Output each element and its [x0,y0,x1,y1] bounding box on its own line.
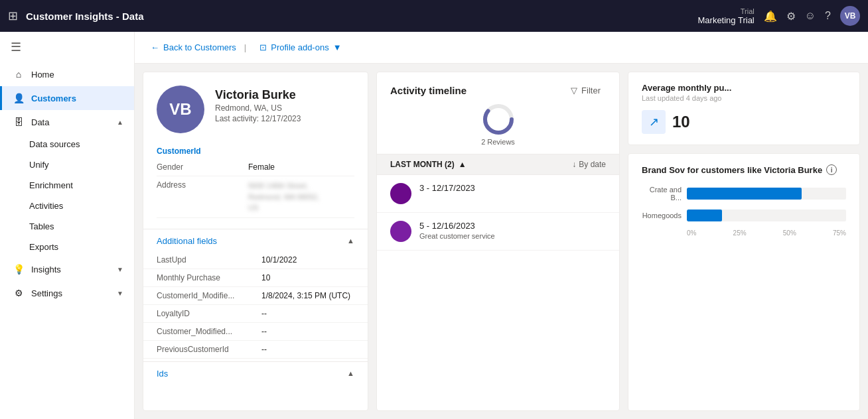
profile-header: VB Victoria Burke Redmond, WA, US Last a… [143,72,368,141]
chevron-down-icon: ▼ [117,266,123,273]
reviews-donut-chart [482,103,514,135]
axis-label-3: 75% [833,229,846,237]
sidebar-item-exports[interactable]: Exports [29,237,134,257]
smiley-icon[interactable]: ☺ [805,10,816,22]
reviews-section: 2 Reviews [377,103,619,154]
profile-addons-chevron-icon: ▼ [333,42,342,52]
field-value: -- [261,309,354,318]
period-chevron-up-icon: ▲ [459,160,467,169]
additional-field-customer-modified: Customer_Modified... -- [143,323,368,341]
sidebar-item-home[interactable]: ⌂ Home [0,62,134,86]
filter-icon: ▽ [571,86,577,95]
insights-icon: 💡 [13,264,25,274]
sidebar-item-label: Insights [31,265,110,274]
field-label: Customer_Modified... [157,327,256,336]
customer-id-label: CustomerId [157,147,354,156]
sort-icon: ↓ [572,160,576,169]
bar-track-0 [687,188,846,200]
profile-info: Victoria Burke Redmond, WA, US Last acti… [215,86,301,123]
sidebar-sub-data: Data sources Unify Enrichment Activities… [0,134,134,257]
trend-up-icon: ↗ [649,115,659,129]
settings-icon[interactable]: ⚙ [786,10,796,23]
additional-field-lastupd: LastUpd 10/1/2022 [143,251,368,269]
notification-icon[interactable]: 🔔 [764,10,777,23]
activity-header: Activity timeline ▽ Filter [377,72,619,103]
activity-score-0: 3 - 12/17/2023 [419,183,606,193]
topbar: ⊞ Customer Insights - Data Trial Marketi… [0,0,868,32]
chevron-up-icon: ▲ [117,119,123,126]
ids-header: Ids ▲ [143,361,368,384]
profile-avatar: VB [157,86,204,133]
activity-dot-0 [390,183,411,204]
back-to-customers-link[interactable]: ← Back to Customers [151,42,236,52]
period-filter-button[interactable]: LAST MONTH (2) ▲ [390,160,467,169]
content-area: ← Back to Customers | ⊡ Profile add-ons … [135,32,868,419]
field-value: -- [261,327,354,336]
profile-addons-icon: ⊡ [259,42,267,52]
sidebar-item-unify[interactable]: Unify [29,154,134,175]
customers-icon: 👤 [13,93,25,103]
sidebar-item-settings[interactable]: ⚙ Settings ▼ [0,281,134,305]
grid-icon[interactable]: ⊞ [8,9,18,23]
avatar[interactable]: VB [840,6,860,26]
profile-location: Redmond, WA, US [215,103,301,113]
activity-item-1: 5 - 12/16/2023 Great customer service [377,213,619,251]
field-row-address: Address 5600 146th Street,Redmond, WA 98… [157,176,354,218]
trial-info: Trial Marketing Trial [698,7,755,25]
by-date-label: By date [579,160,606,169]
sidebar-item-label: Customers [31,93,123,103]
activity-title: Activity timeline [390,85,467,96]
reviews-count-label: 2 Reviews [481,138,515,146]
profile-addons-button[interactable]: ⊡ Profile add-ons ▼ [254,40,346,55]
additional-field-customerid-modified: CustomerId_Modifie... 1/8/2024, 3:15 PM … [143,287,368,305]
additional-field-loyaltyid: LoyaltyID -- [143,305,368,323]
field-value: 1/8/2024, 3:15 PM (UTC) [261,291,354,300]
stat-value: 10 [672,113,690,131]
profile-addons-label: Profile add-ons [271,42,328,52]
sidebar-item-data-sources[interactable]: Data sources [29,134,134,154]
profile-name: Victoria Burke [215,88,301,102]
additional-fields-header: Additional fields ▲ [143,229,368,251]
ids-chevron-icon[interactable]: ▲ [347,369,354,377]
sidebar-item-label: Home [31,70,123,80]
additional-fields-title: Additional fields [157,236,217,246]
sidebar-item-enrichment[interactable]: Enrichment [29,175,134,196]
sidebar-item-insights[interactable]: 💡 Insights ▼ [0,257,134,281]
bar-label-1: Homegoods [642,211,682,219]
help-icon[interactable]: ? [825,10,831,22]
field-row-gender: Gender Female [157,158,354,176]
back-arrow-icon: ← [151,42,159,52]
sidebar: ☰ ⌂ Home 👤 Customers 🗄 Data ▲ Data sourc… [0,32,135,419]
stat-value-row: ↗ 10 [642,110,846,134]
by-date-button[interactable]: ↓ By date [572,160,606,169]
field-label: LastUpd [157,255,256,265]
filter-button[interactable]: ▽ Filter [565,83,606,98]
topbar-icons: Trial Marketing Trial 🔔 ⚙ ☺ ? VB [698,6,861,26]
ids-title: Ids [157,369,168,379]
hamburger-button[interactable]: ☰ [0,32,134,62]
field-label: LoyaltyID [157,309,256,318]
period-label: LAST MONTH (2) [390,160,455,169]
info-icon[interactable]: i [826,164,837,175]
field-label: CustomerId_Modifie... [157,291,256,300]
sidebar-item-label: Settings [31,288,110,298]
bar-label-0: Crate and B... [642,186,682,202]
profile-last-activity: Last activity: 12/17/2023 [215,114,301,123]
breadcrumb-divider: | [244,42,246,52]
sidebar-item-data[interactable]: 🗄 Data ▲ [0,110,134,134]
field-label-gender: Gender [157,162,243,172]
axis-label-2: 50% [783,229,796,237]
org-name: Marketing Trial [698,15,755,25]
field-value: 10/1/2022 [261,255,354,265]
axis-label-0: 0% [687,229,696,237]
reviews-chart [482,103,514,135]
stat-card: Average monthly pu... Last updated 4 day… [628,72,860,145]
stat-title: Average monthly pu... [642,83,846,93]
field-label: Monthly Purchase [157,273,256,282]
sidebar-item-tables[interactable]: Tables [29,216,134,237]
additional-fields-chevron-icon[interactable]: ▲ [347,237,354,245]
sidebar-item-customers[interactable]: 👤 Customers [0,86,134,110]
sidebar-item-activities[interactable]: Activities [29,196,134,216]
field-value-gender: Female [248,162,354,172]
breadcrumb-bar: ← Back to Customers | ⊡ Profile add-ons … [135,32,868,64]
